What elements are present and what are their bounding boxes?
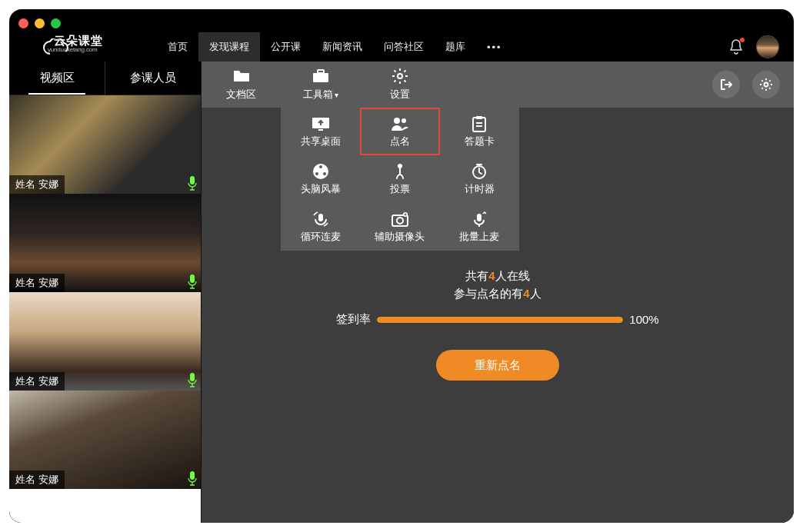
microphone-icon [187,175,198,191]
svg-point-6 [398,74,402,78]
tool-vote[interactable]: 投票 [360,155,439,203]
gear-icon [759,78,773,91]
progress-bar-fill [377,317,623,323]
toolbar-docs[interactable]: 文档区 [202,62,281,108]
toolbar-settings-label: 设置 [390,88,410,101]
folder-icon [232,68,251,85]
svg-rect-0 [190,176,195,185]
toolbar-toolbox[interactable]: 工具箱▾ [281,62,360,108]
svg-point-14 [319,165,322,168]
video-list: 姓名 安娜 姓名 安娜 姓名 安娜 姓名 安娜 [9,95,201,523]
svg-point-16 [323,172,326,175]
participant-name: 姓名 安娜 [9,274,65,292]
participant-name: 姓名 安娜 [9,372,65,391]
svg-rect-2 [190,373,195,381]
tool-timer[interactable]: 计时器 [440,155,519,203]
toolbar-settings[interactable]: 设置 [360,62,439,108]
microphone-icon [187,372,198,387]
svg-rect-4 [313,73,328,82]
tab-participants[interactable]: 参课人员 [105,62,201,95]
nav-open-courses[interactable]: 公开课 [260,32,312,62]
redo-rollcall-button[interactable]: 重新点名 [436,350,559,381]
checkin-rate-label: 签到率 [336,312,371,327]
exit-button[interactable] [712,71,740,98]
tool-bulk-mic[interactable]: 批量上麦 [440,203,519,251]
svg-rect-12 [476,116,482,119]
app-window: 云朵课堂 yunduoketang.com 首页 发现课程 公开课 新闻资讯 问… [9,9,794,523]
top-nav: 云朵课堂 yunduoketang.com 首页 发现课程 公开课 新闻资讯 问… [9,32,794,62]
svg-rect-1 [190,274,195,283]
tool-rotate-mic[interactable]: 循环连麦 [281,203,360,251]
brand-subtext: yunduoketang.com [48,46,97,53]
window-zoom-dot[interactable] [51,18,61,28]
main-area: 文档区 工具箱▾ 设置 [202,62,794,523]
tool-aux-camera[interactable]: 辅助摄像头 [360,203,439,251]
camera-plus-icon [391,211,409,228]
progress-bar [377,317,623,323]
roll-call-stats: 共有4人在线 参与点名的有4人 签到率 100% 重新点名 [202,269,794,381]
svg-rect-11 [473,118,485,131]
video-sidebar: 视频区 参课人员 姓名 安娜 姓名 安娜 姓名 安娜 姓名 安娜 [9,62,202,523]
video-cell[interactable]: 姓名 安娜 [9,95,201,194]
tool-label: 点名 [390,135,410,148]
rollcall-count-text: 参与点名的有4人 [454,287,541,301]
tool-share-desktop[interactable]: 共享桌面 [281,108,360,155]
tool-answer-card[interactable]: 答题卡 [440,108,519,155]
svg-point-9 [394,118,400,124]
tool-label: 辅助摄像头 [375,230,425,244]
tool-roll-call[interactable]: 点名 [360,108,439,155]
tool-label: 计时器 [465,182,495,196]
svg-point-15 [315,172,318,175]
briefcase-icon [312,68,330,85]
tool-label: 共享桌面 [301,135,341,148]
video-cell-empty[interactable] [9,489,201,523]
tool-brainstorm[interactable]: 头脑风暴 [281,155,360,203]
settings-gear-button[interactable] [752,71,780,98]
toolbox-popup: 共享桌面 点名 答题卡 头脑风暴 投票 [281,108,519,251]
clock-icon [471,163,488,180]
nav-news[interactable]: 新闻资讯 [312,32,373,62]
brand-logo[interactable]: 云朵课堂 yunduoketang.com [43,38,69,55]
toolbar-docs-label: 文档区 [226,88,256,101]
mic-up-icon [471,211,487,228]
video-cell[interactable]: 姓名 安娜 [9,391,201,489]
svg-rect-23 [477,214,481,221]
microphone-icon [187,470,198,486]
svg-point-21 [397,218,403,224]
svg-rect-5 [318,70,324,73]
tool-label: 头脑风暴 [301,182,341,196]
nav-more[interactable]: ••• [476,42,513,53]
svg-point-7 [765,83,768,87]
monitor-share-icon [311,115,331,132]
nav-qa-community[interactable]: 问答社区 [373,32,435,62]
video-cell[interactable]: 姓名 安娜 [9,292,201,391]
tab-video-zone[interactable]: 视频区 [9,62,105,95]
window-controls [18,18,61,28]
people-icon [390,115,410,132]
online-count-text: 共有4人在线 [465,269,529,284]
participant-name: 姓名 安娜 [9,175,65,194]
microphone-icon [187,274,198,289]
window-minimize-dot[interactable] [35,18,45,28]
hand-point-icon [392,163,408,180]
toolbar-toolbox-label: 工具箱▾ [303,88,338,101]
tool-label: 批量上麦 [459,230,499,244]
video-cell[interactable]: 姓名 安娜 [9,194,201,292]
notifications-bell-icon[interactable] [729,39,743,55]
clipboard-icon [471,115,487,132]
window-close-dot[interactable] [18,18,28,28]
tool-label: 投票 [390,182,410,196]
gear-icon [392,68,408,85]
nav-question-bank[interactable]: 题库 [435,32,476,62]
checkin-rate-value: 100% [629,313,658,326]
nav-discover-courses[interactable]: 发现课程 [198,32,260,62]
nav-home[interactable]: 首页 [157,32,198,62]
tool-label: 答题卡 [465,135,495,148]
app-body: 视频区 参课人员 姓名 安娜 姓名 安娜 姓名 安娜 姓名 安娜 [9,62,794,523]
mic-cycle-icon [312,211,329,228]
exit-icon [719,78,733,91]
svg-point-10 [402,118,406,123]
svg-rect-19 [318,214,323,221]
user-avatar[interactable] [757,36,778,58]
sidebar-tabs: 视频区 参课人员 [9,62,201,95]
